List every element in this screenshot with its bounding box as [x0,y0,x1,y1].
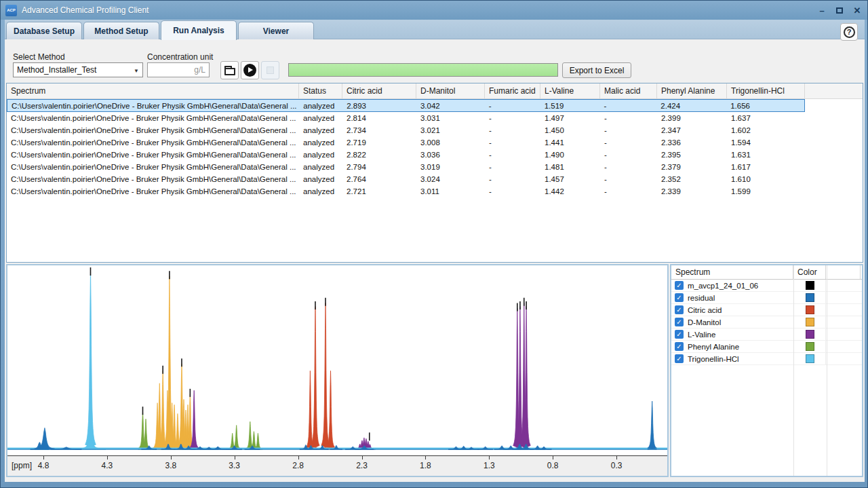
legend-item-label: m_avcp1_24_01_06 [688,282,758,290]
value-cell: 2.764 [342,175,416,183]
value-cell: 1.481 [540,163,600,171]
series-visibility-checkbox[interactable]: ✓ [675,293,684,302]
legend-item[interactable]: ✓Phenyl Alanine [671,341,862,353]
table-row[interactable]: C:\Users\valentin.poirier\OneDrive - Bru… [7,136,805,149]
legend-header: SpectrumColor [671,265,862,280]
legend-item[interactable]: ✓m_avcp1_24_01_06 [671,280,862,292]
value-cell: 2.399 [657,114,727,122]
results-table-header: SpectrumStatusCitric acidD-ManitolFumari… [7,83,863,99]
value-cell: 3.011 [416,187,485,195]
series-visibility-checkbox[interactable]: ✓ [675,318,684,326]
close-icon[interactable]: ✕ [852,5,862,16]
legend-item-label: residual [688,294,715,302]
x-axis-tick [43,456,44,459]
legend-item[interactable]: ✓L-Valine [671,329,862,341]
spectrum-legend: SpectrumColor ✓m_avcp1_24_01_06✓residual… [670,264,863,477]
open-folder-button[interactable] [220,61,239,79]
value-cell: 2.336 [657,138,727,147]
tab-viewer[interactable]: Viewer [238,22,314,39]
table-row[interactable]: C:\Users\valentin.poirier\OneDrive - Bru… [7,185,805,198]
concentration-unit-field[interactable]: g/L [147,62,210,77]
table-row[interactable]: C:\Users\valentin.poirier\OneDrive - Bru… [7,161,805,173]
value-cell: 1.442 [540,187,600,195]
status-cell: analyzed [299,114,342,122]
method-select[interactable]: Method_Installer_Test ▼ [13,62,143,77]
value-cell: 1.631 [727,151,805,159]
chevron-down-icon: ▼ [134,68,139,74]
export-to-excel-button[interactable]: Export to Excel [562,62,631,78]
value-cell: - [485,138,540,147]
x-axis-tick-label: 4.3 [97,461,117,470]
value-cell: 2.822 [342,151,416,159]
table-row[interactable]: C:\Users\valentin.poirier\OneDrive - Bru… [7,124,805,136]
spectrum-chart[interactable]: [ppm] 4.84.33.83.32.82.31.81.30.80.3 [6,264,669,477]
x-axis-tick [616,456,617,459]
legend-column-header-filler [826,265,861,279]
minimize-icon[interactable]: – [817,5,827,16]
x-axis-tick-label: 4.8 [33,461,54,470]
x-axis-tick [235,456,235,459]
value-cell: 1.656 [726,102,804,110]
status-cell: analyzed [299,102,342,110]
series-visibility-checkbox[interactable]: ✓ [675,342,684,351]
value-cell: 2.352 [657,175,727,183]
table-row[interactable]: C:\Users\valentin.poirier\OneDrive - Bru… [7,112,805,124]
x-axis-tick-label: 0.8 [542,461,563,470]
x-axis-tick-label: 3.3 [224,461,245,470]
value-cell: 2.347 [657,126,727,134]
spectrum-plot[interactable] [7,265,667,455]
value-cell: 1.599 [727,187,805,195]
value-cell: 1.457 [540,175,600,183]
legend-item[interactable]: ✓residual [671,292,862,304]
value-cell: 3.036 [416,151,485,159]
series-visibility-checkbox[interactable]: ✓ [675,330,684,339]
run-button[interactable] [241,61,259,79]
column-header-fumaric-acid[interactable]: Fumaric acid [485,83,540,98]
app-window: ACP Advanced Chemical Profiling Client –… [0,0,868,488]
value-cell: 1.610 [727,175,805,183]
column-header-l-valine[interactable]: L-Valine [540,83,600,98]
legend-item[interactable]: ✓Citric acid [671,304,862,316]
results-table: SpectrumStatusCitric acidD-ManitolFumari… [6,83,863,263]
series-color-chip [806,354,814,363]
x-axis-tick-label: 1.8 [415,461,435,470]
maximize-icon[interactable] [836,7,843,14]
table-row[interactable]: C:\Users\valentin.poirier\OneDrive - Bru… [7,99,805,112]
column-header-spectrum[interactable]: Spectrum [7,83,299,98]
table-row[interactable]: C:\Users\valentin.poirier\OneDrive - Bru… [7,173,805,185]
value-cell: - [485,151,540,159]
tab-method-setup[interactable]: Method Setup [83,22,159,39]
x-axis-tick-label: 2.8 [288,461,309,470]
value-cell: 2.721 [342,187,416,195]
tab-run-analysis[interactable]: Run Analysis [161,20,237,40]
column-header-status[interactable]: Status [299,83,342,98]
x-axis-tick-label: 0.3 [606,461,627,470]
legend-item[interactable]: ✓Trigonellin-HCl [671,353,862,365]
tab-database-setup[interactable]: Database Setup [6,22,82,39]
value-cell: 2.379 [657,163,727,171]
column-header-d-manitol[interactable]: D-Manitol [416,83,485,98]
series-visibility-checkbox[interactable]: ✓ [675,305,684,314]
spectrum-path-cell: C:\Users\valentin.poirier\OneDrive - Bru… [7,163,299,171]
column-header-trigonellin-hcl[interactable]: Trigonellin-HCl [727,83,805,98]
help-button[interactable]: ? [840,23,858,41]
legend-item-label: D-Manitol [688,318,721,326]
method-select-value: Method_Installer_Test [17,65,96,75]
legend-item[interactable]: ✓D-Manitol [671,316,862,329]
x-axis-tick [553,456,553,459]
x-axis-tick [425,456,426,459]
spectrum-path-cell: C:\Users\valentin.poirier\OneDrive - Bru… [7,126,299,134]
series-visibility-checkbox[interactable]: ✓ [675,281,684,290]
column-header-malic-acid[interactable]: Malic acid [600,83,657,98]
series-visibility-checkbox[interactable]: ✓ [675,354,684,363]
column-header-citric-acid[interactable]: Citric acid [342,83,416,98]
value-cell: 3.031 [416,114,485,122]
status-cell: analyzed [299,126,342,134]
x-axis-unit-label: [ppm] [12,461,32,470]
value-cell: - [600,114,657,122]
column-header-phenyl-alanine[interactable]: Phenyl Alanine [657,83,727,98]
legend-column-header-spectrum: Spectrum [671,265,793,279]
folder-icon [224,68,235,75]
table-row[interactable]: C:\Users\valentin.poirier\OneDrive - Bru… [7,149,805,161]
legend-item-label: Trigonellin-HCl [688,355,739,363]
